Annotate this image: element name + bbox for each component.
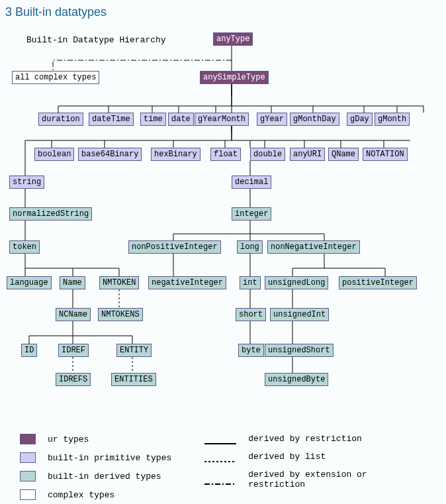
node-entities: ENTITIES bbox=[111, 373, 156, 386]
node-gyearmonth: gYearMonth bbox=[195, 113, 249, 126]
node-entity: ENTITY bbox=[116, 344, 152, 357]
legend-restrict-label: derived by restriction bbox=[248, 434, 362, 444]
node-unsignedlong: unsignedLong bbox=[265, 276, 328, 289]
legend-ur-label: ur types bbox=[48, 434, 89, 444]
swatch-ur bbox=[20, 434, 36, 444]
line-solid-icon bbox=[204, 438, 236, 440]
node-language: language bbox=[7, 276, 52, 289]
node-byte: byte bbox=[238, 344, 264, 357]
node-nonnegativeinteger: nonNegativeInteger bbox=[267, 240, 360, 254]
node-positiveinteger: positiveInteger bbox=[339, 276, 417, 289]
node-boolean: boolean bbox=[34, 148, 74, 161]
swatch-complex bbox=[20, 489, 36, 500]
node-ncname: NCName bbox=[56, 308, 91, 321]
legend-ext: derived by extension or restriction bbox=[204, 470, 367, 489]
line-dashdot-icon bbox=[204, 479, 236, 480]
node-nmtokens: NMTOKENS bbox=[98, 308, 143, 321]
diagram-subtitle: Built-in Datatype Hierarchy bbox=[26, 35, 166, 45]
line-dashed-icon bbox=[204, 456, 236, 458]
node-negativeinteger: negativeInteger bbox=[148, 276, 226, 289]
node-gyear: gYear bbox=[257, 113, 287, 126]
node-unsignedshort: unsignedShort bbox=[265, 344, 334, 357]
node-unsignedbyte: unsignedByte bbox=[265, 373, 328, 386]
node-idref: IDREF bbox=[58, 344, 89, 357]
node-time: time bbox=[140, 113, 166, 126]
node-name: Name bbox=[60, 276, 85, 289]
legend-complex-label: complex types bbox=[48, 490, 114, 500]
node-anysimpletype: anySimpleType bbox=[200, 71, 269, 84]
hierarchy-diagram: Built-in Datatype Hierarchy bbox=[0, 23, 446, 421]
legend-prim: built-in primitive types bbox=[20, 452, 171, 463]
node-id: ID bbox=[21, 344, 37, 357]
node-int: int bbox=[240, 276, 261, 289]
node-double: double bbox=[250, 148, 285, 161]
node-date: date bbox=[168, 113, 194, 126]
node-all-complex: all complex types bbox=[12, 71, 99, 84]
node-gmonthday: gMonthDay bbox=[290, 113, 339, 126]
legend-ur: ur types bbox=[20, 434, 171, 444]
node-gmonth: gMonth bbox=[375, 113, 410, 126]
node-nonpositiveinteger: nonPositiveInteger bbox=[128, 240, 221, 254]
legend-list-label: derived by list bbox=[248, 452, 326, 462]
node-notation: NOTATION bbox=[363, 148, 408, 161]
node-short: short bbox=[236, 308, 266, 321]
node-integer: integer bbox=[232, 207, 271, 221]
legend-der: built-in derived types bbox=[20, 471, 171, 481]
legend-list: derived by list bbox=[204, 452, 367, 462]
node-datetime: dateTime bbox=[89, 113, 134, 126]
node-long: long bbox=[237, 240, 263, 254]
page-title: 3 Built-in datatypes bbox=[0, 0, 446, 23]
node-anyuri: anyURI bbox=[290, 148, 325, 161]
node-string: string bbox=[9, 176, 44, 189]
swatch-prim bbox=[20, 452, 36, 463]
node-normalizedstring: normalizedString bbox=[9, 207, 92, 221]
node-token: token bbox=[9, 240, 40, 254]
node-anytype: anyType bbox=[213, 32, 253, 46]
node-duration: duration bbox=[38, 113, 83, 126]
node-hexbinary: hexBinary bbox=[151, 148, 201, 161]
node-idrefs: IDREFS bbox=[56, 373, 91, 386]
legend-ext-label: derived by extension or restriction bbox=[248, 470, 367, 489]
node-base64binary: base64Binary bbox=[78, 148, 142, 161]
legend: ur types built-in primitive types built-… bbox=[0, 421, 446, 504]
node-decimal: decimal bbox=[232, 176, 271, 189]
legend-der-label: built-in derived types bbox=[48, 472, 161, 481]
node-unsignedint: unsignedInt bbox=[270, 308, 329, 321]
node-float: float bbox=[210, 148, 241, 161]
node-gday: gDay bbox=[347, 113, 373, 126]
legend-prim-label: built-in primitive types bbox=[48, 453, 171, 463]
legend-restrict: derived by restriction bbox=[204, 434, 367, 444]
swatch-der bbox=[20, 471, 36, 481]
node-qname: QName bbox=[328, 148, 359, 161]
node-nmtoken: NMTOKEN bbox=[99, 276, 139, 289]
legend-complex: complex types bbox=[20, 489, 171, 500]
